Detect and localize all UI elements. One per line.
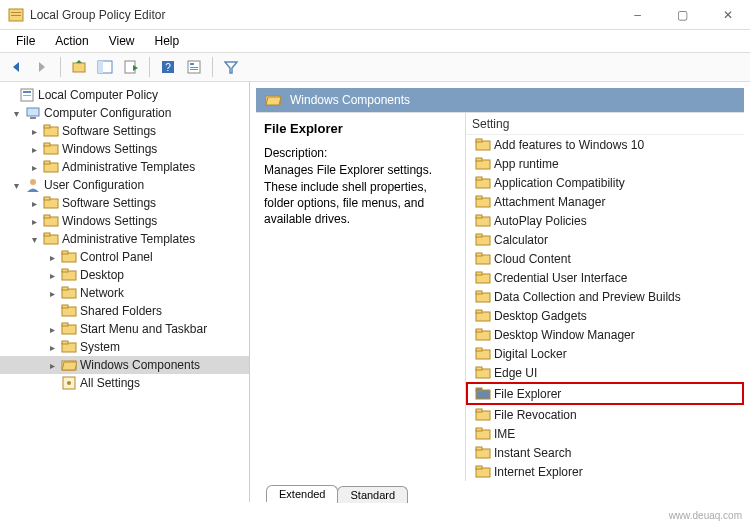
properties-button[interactable] — [182, 55, 206, 79]
forward-button[interactable] — [30, 55, 54, 79]
separator — [149, 57, 150, 77]
chevron-down-icon[interactable]: ▾ — [10, 108, 22, 119]
list-item[interactable]: Attachment Manager — [466, 192, 744, 211]
settings-list[interactable]: Add features to Windows 10App runtimeApp… — [466, 135, 744, 481]
chevron-down-icon[interactable]: ▾ — [28, 234, 40, 245]
show-hide-tree-button[interactable] — [93, 55, 117, 79]
tree-control-panel[interactable]: ▸Control Panel — [0, 248, 249, 266]
tree-network[interactable]: ▸Network — [0, 284, 249, 302]
back-button[interactable] — [4, 55, 28, 79]
list-item[interactable]: Calculator — [466, 230, 744, 249]
close-button[interactable]: ✕ — [705, 0, 750, 30]
list-item[interactable]: Digital Locker — [466, 344, 744, 363]
tree-uc-windows[interactable]: ▸Windows Settings — [0, 212, 249, 230]
menu-action[interactable]: Action — [47, 32, 96, 50]
tab-standard[interactable]: Standard — [337, 486, 408, 503]
folder-icon — [43, 195, 59, 211]
tree-user-config[interactable]: ▾ User Configuration — [0, 176, 249, 194]
svg-rect-73 — [476, 310, 482, 313]
list-item[interactable]: IME — [466, 424, 744, 443]
list-item-label: File Revocation — [494, 408, 577, 422]
tree-desktop[interactable]: ▸Desktop — [0, 266, 249, 284]
chevron-right-icon[interactable]: ▸ — [46, 360, 58, 371]
svg-rect-31 — [44, 197, 50, 200]
tree-start-menu[interactable]: ▸Start Menu and Taskbar — [0, 320, 249, 338]
up-button[interactable] — [67, 55, 91, 79]
tab-extended[interactable]: Extended — [266, 485, 338, 502]
tree-uc-software[interactable]: ▸Software Settings — [0, 194, 249, 212]
policy-icon — [19, 87, 35, 103]
chevron-right-icon[interactable]: ▸ — [46, 270, 58, 281]
chevron-right-icon[interactable]: ▸ — [46, 252, 58, 263]
list-item[interactable]: Add features to Windows 10 — [466, 135, 744, 154]
list-item[interactable]: File Explorer — [466, 382, 744, 405]
chevron-right-icon[interactable]: ▸ — [28, 126, 40, 137]
list-item[interactable]: Desktop Gadgets — [466, 306, 744, 325]
list-item[interactable]: Desktop Window Manager — [466, 325, 744, 344]
tree-label: Administrative Templates — [62, 160, 195, 174]
chevron-right-icon[interactable]: ▸ — [46, 342, 58, 353]
list-item[interactable]: Application Compatibility — [466, 173, 744, 192]
column-header-setting[interactable]: Setting — [466, 113, 744, 135]
list-item[interactable]: Internet Explorer — [466, 462, 744, 481]
svg-rect-85 — [476, 428, 482, 431]
tree-label: System — [80, 340, 120, 354]
chevron-right-icon[interactable]: ▸ — [46, 324, 58, 335]
svg-rect-26 — [44, 143, 50, 146]
description-text: Manages File Explorer settings. These in… — [264, 162, 457, 227]
folder-icon — [61, 303, 77, 319]
folder-icon — [475, 213, 491, 229]
folder-icon — [475, 308, 491, 324]
svg-rect-65 — [476, 234, 482, 237]
chevron-right-icon[interactable]: ▸ — [28, 162, 40, 173]
tree-cc-admin[interactable]: ▸Administrative Templates — [0, 158, 249, 176]
svg-rect-71 — [476, 291, 482, 294]
list-item[interactable]: Cloud Content — [466, 249, 744, 268]
svg-rect-89 — [476, 466, 482, 469]
svg-rect-83 — [476, 409, 482, 412]
menu-help[interactable]: Help — [147, 32, 188, 50]
chevron-right-icon[interactable]: ▸ — [28, 216, 40, 227]
menu-file[interactable]: File — [8, 32, 43, 50]
list-item-label: IME — [494, 427, 515, 441]
settings-icon — [61, 375, 77, 391]
folder-icon — [475, 386, 491, 402]
tree-label: Software Settings — [62, 124, 156, 138]
filter-button[interactable] — [219, 55, 243, 79]
tree-root[interactable]: Local Computer Policy — [0, 86, 249, 104]
tree-windows-components[interactable]: ▸Windows Components — [0, 356, 249, 374]
chevron-right-icon[interactable]: ▸ — [46, 288, 58, 299]
export-button[interactable] — [119, 55, 143, 79]
svg-rect-21 — [27, 108, 39, 116]
folder-icon — [43, 213, 59, 229]
title-bar: Local Group Policy Editor – ▢ ✕ — [0, 0, 750, 30]
chevron-right-icon[interactable]: ▸ — [28, 198, 40, 209]
folder-icon — [43, 231, 59, 247]
svg-rect-81 — [476, 388, 482, 391]
chevron-down-icon[interactable]: ▾ — [10, 180, 22, 191]
tree-system[interactable]: ▸System — [0, 338, 249, 356]
tree-computer-config[interactable]: ▾ Computer Configuration — [0, 104, 249, 122]
folder-icon — [61, 339, 77, 355]
svg-rect-8 — [98, 61, 103, 73]
list-item[interactable]: Credential User Interface — [466, 268, 744, 287]
svg-rect-79 — [476, 367, 482, 370]
tree-cc-software[interactable]: ▸Software Settings — [0, 122, 249, 140]
list-item[interactable]: App runtime — [466, 154, 744, 173]
tree-shared-folders[interactable]: Shared Folders — [0, 302, 249, 320]
list-item[interactable]: Data Collection and Preview Builds — [466, 287, 744, 306]
list-item[interactable]: AutoPlay Policies — [466, 211, 744, 230]
chevron-right-icon[interactable]: ▸ — [28, 144, 40, 155]
help-button[interactable]: ? — [156, 55, 180, 79]
list-item[interactable]: Instant Search — [466, 443, 744, 462]
tree-all-settings[interactable]: All Settings — [0, 374, 249, 392]
minimize-button[interactable]: – — [615, 0, 660, 30]
tree-uc-admin[interactable]: ▾Administrative Templates — [0, 230, 249, 248]
folder-icon — [61, 249, 77, 265]
list-item[interactable]: File Revocation — [466, 405, 744, 424]
maximize-button[interactable]: ▢ — [660, 0, 705, 30]
tree-cc-windows[interactable]: ▸Windows Settings — [0, 140, 249, 158]
tree-pane[interactable]: Local Computer Policy ▾ Computer Configu… — [0, 82, 250, 502]
menu-view[interactable]: View — [101, 32, 143, 50]
list-item[interactable]: Edge UI — [466, 363, 744, 382]
